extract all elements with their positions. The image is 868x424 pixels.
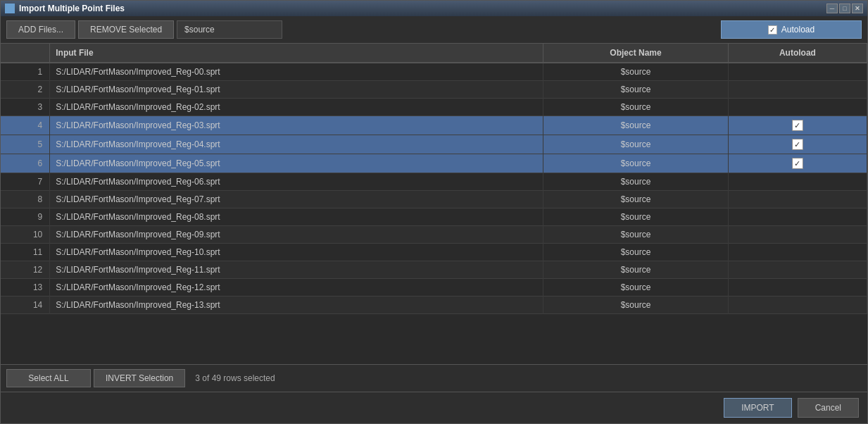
close-button[interactable]: ✕ <box>852 4 863 13</box>
row-input-file: S:/LIDAR/FortMason/Improved_Reg-12.sprt <box>50 279 543 297</box>
row-input-file: S:/LIDAR/FortMason/Improved_Reg-05.sprt <box>50 154 543 173</box>
table-row[interactable]: 10S:/LIDAR/FortMason/Improved_Reg-09.spr… <box>1 226 867 244</box>
footer: IMPORT Cancel <box>1 392 867 423</box>
table-row[interactable]: 9S:/LIDAR/FortMason/Improved_Reg-08.sprt… <box>1 208 867 226</box>
row-object-name: $source <box>543 63 729 81</box>
table-row[interactable]: 8S:/LIDAR/FortMason/Improved_Reg-07.sprt… <box>1 191 867 208</box>
main-window: Import Multiple Point Files ─ □ ✕ ADD Fi… <box>0 0 868 424</box>
row-object-name: $source <box>543 135 729 154</box>
cancel-button[interactable]: Cancel <box>798 398 859 418</box>
row-number: 14 <box>1 297 50 314</box>
autoload-button[interactable]: ✓ Autoload <box>721 20 862 39</box>
row-autoload[interactable] <box>728 173 867 191</box>
row-autoload[interactable] <box>728 191 867 208</box>
file-table-container[interactable]: Input File Object Name Autoload 1S:/LIDA… <box>1 44 867 364</box>
row-object-name: $source <box>543 81 729 99</box>
autoload-check[interactable]: ✓ <box>792 158 803 169</box>
row-autoload[interactable] <box>728 261 867 279</box>
row-object-name: $source <box>543 99 729 116</box>
table-row[interactable]: 12S:/LIDAR/FortMason/Improved_Reg-11.spr… <box>1 261 867 279</box>
row-number: 3 <box>1 99 50 116</box>
row-autoload[interactable]: ✓ <box>728 135 867 154</box>
row-object-name: $source <box>543 208 729 226</box>
row-input-file: S:/LIDAR/FortMason/Improved_Reg-10.sprt <box>50 244 543 261</box>
row-object-name: $source <box>543 244 729 261</box>
row-number: 6 <box>1 154 50 173</box>
row-autoload[interactable] <box>728 297 867 314</box>
title-bar: Import Multiple Point Files ─ □ ✕ <box>1 1 867 16</box>
select-all-button[interactable]: Select ALL <box>6 369 91 387</box>
toolbar: ADD Files... REMOVE Selected $source ✓ A… <box>1 16 867 44</box>
table-row[interactable]: 6S:/LIDAR/FortMason/Improved_Reg-05.sprt… <box>1 154 867 173</box>
row-autoload[interactable] <box>728 244 867 261</box>
row-object-name: $source <box>543 116 729 135</box>
autoload-check[interactable]: ✓ <box>792 120 803 131</box>
row-input-file: S:/LIDAR/FortMason/Improved_Reg-09.sprt <box>50 226 543 244</box>
add-files-button[interactable]: ADD Files... <box>6 20 75 39</box>
row-number: 5 <box>1 135 50 154</box>
table-row[interactable]: 14S:/LIDAR/FortMason/Improved_Reg-13.spr… <box>1 297 867 314</box>
row-autoload[interactable]: ✓ <box>728 116 867 135</box>
import-button[interactable]: IMPORT <box>724 398 791 418</box>
row-number: 11 <box>1 244 50 261</box>
row-object-name: $source <box>543 279 729 297</box>
row-input-file: S:/LIDAR/FortMason/Improved_Reg-03.sprt <box>50 116 543 135</box>
row-autoload[interactable] <box>728 99 867 116</box>
row-number: 8 <box>1 191 50 208</box>
row-autoload[interactable] <box>728 279 867 297</box>
row-autoload[interactable] <box>728 208 867 226</box>
row-autoload[interactable] <box>728 226 867 244</box>
table-row[interactable]: 1S:/LIDAR/FortMason/Improved_Reg-00.sprt… <box>1 63 867 81</box>
row-input-file: S:/LIDAR/FortMason/Improved_Reg-07.sprt <box>50 191 543 208</box>
col-object-name-header: Object Name <box>543 44 729 63</box>
row-input-file: S:/LIDAR/FortMason/Improved_Reg-11.sprt <box>50 261 543 279</box>
table-row[interactable]: 3S:/LIDAR/FortMason/Improved_Reg-02.sprt… <box>1 99 867 116</box>
row-number: 1 <box>1 63 50 81</box>
row-input-file: S:/LIDAR/FortMason/Improved_Reg-01.sprt <box>50 81 543 99</box>
row-object-name: $source <box>543 261 729 279</box>
table-header-row: Input File Object Name Autoload <box>1 44 867 63</box>
row-autoload[interactable] <box>728 81 867 99</box>
table-row[interactable]: 2S:/LIDAR/FortMason/Improved_Reg-01.sprt… <box>1 81 867 99</box>
row-number: 13 <box>1 279 50 297</box>
row-number: 12 <box>1 261 50 279</box>
table-row[interactable]: 5S:/LIDAR/FortMason/Improved_Reg-04.sprt… <box>1 135 867 154</box>
col-input-file-header: Input File <box>50 44 543 63</box>
table-row[interactable]: 13S:/LIDAR/FortMason/Improved_Reg-12.spr… <box>1 279 867 297</box>
row-input-file: S:/LIDAR/FortMason/Improved_Reg-13.sprt <box>50 297 543 314</box>
selection-status: 3 of 49 rows selected <box>188 370 282 386</box>
row-number: 9 <box>1 208 50 226</box>
row-input-file: S:/LIDAR/FortMason/Improved_Reg-02.sprt <box>50 99 543 116</box>
row-object-name: $source <box>543 173 729 191</box>
row-object-name: $source <box>543 154 729 173</box>
invert-selection-button[interactable]: INVERT Selection <box>94 369 185 387</box>
row-object-name: $source <box>543 297 729 314</box>
row-autoload[interactable]: ✓ <box>728 154 867 173</box>
title-bar-left: Import Multiple Point Files <box>5 4 125 13</box>
row-input-file: S:/LIDAR/FortMason/Improved_Reg-04.sprt <box>50 135 543 154</box>
maximize-button[interactable]: □ <box>839 4 850 13</box>
row-number: 4 <box>1 116 50 135</box>
row-input-file: S:/LIDAR/FortMason/Improved_Reg-08.sprt <box>50 208 543 226</box>
col-autoload-header: Autoload <box>728 44 867 63</box>
table-row[interactable]: 4S:/LIDAR/FortMason/Improved_Reg-03.sprt… <box>1 116 867 135</box>
autoload-label: Autoload <box>781 25 814 35</box>
row-object-name: $source <box>543 226 729 244</box>
bottom-bar: Select ALL INVERT Selection 3 of 49 rows… <box>1 364 867 392</box>
window-title: Import Multiple Point Files <box>19 4 125 13</box>
remove-selected-button[interactable]: REMOVE Selected <box>78 20 174 39</box>
row-input-file: S:/LIDAR/FortMason/Improved_Reg-00.sprt <box>50 63 543 81</box>
source-value-label: $source <box>177 20 282 39</box>
row-number: 7 <box>1 173 50 191</box>
row-object-name: $source <box>543 191 729 208</box>
row-autoload[interactable] <box>728 63 867 81</box>
col-num-header <box>1 44 50 63</box>
autoload-check[interactable]: ✓ <box>792 139 803 150</box>
row-number: 2 <box>1 81 50 99</box>
minimize-button[interactable]: ─ <box>826 4 838 13</box>
autoload-checkbox[interactable]: ✓ <box>768 25 777 35</box>
window-icon <box>5 4 15 13</box>
table-row[interactable]: 7S:/LIDAR/FortMason/Improved_Reg-06.sprt… <box>1 173 867 191</box>
table-row[interactable]: 11S:/LIDAR/FortMason/Improved_Reg-10.spr… <box>1 244 867 261</box>
row-input-file: S:/LIDAR/FortMason/Improved_Reg-06.sprt <box>50 173 543 191</box>
